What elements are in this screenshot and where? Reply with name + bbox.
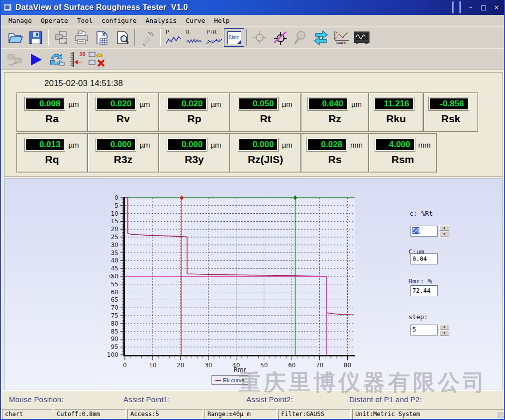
lcd-display: 0.050	[238, 97, 278, 110]
lcd-display: 0.013	[25, 138, 65, 151]
param-label: Rsm	[392, 154, 414, 166]
status-bar: chart Cutoff:0.8mm Access:5 Range:±40μ m…	[1, 409, 505, 420]
param-label: Rs	[328, 154, 342, 166]
mouse-position-label: Mouse Position:	[9, 395, 64, 404]
disconnect-button[interactable]	[87, 50, 107, 69]
param-label: Rz(JIS)	[248, 154, 283, 166]
run-icon	[28, 52, 43, 67]
c-percent-input[interactable]: 50	[410, 226, 438, 237]
c-percent-spin-up-button[interactable]: ▲	[439, 225, 449, 231]
svg-text:0: 0	[123, 362, 127, 369]
pr-curve-button[interactable]: P+R	[203, 28, 224, 47]
svg-text:40: 40	[111, 257, 118, 264]
measurement-cell-ra: 0.008µm Ra	[16, 92, 88, 132]
oscilloscope-button[interactable]	[351, 28, 372, 47]
measurement-cell-rp: 0.020µm Rp	[159, 92, 230, 132]
menu-manage[interactable]: Manage	[4, 16, 36, 25]
lcd-display: -0.856	[429, 97, 469, 110]
c-percent-spin-down-button[interactable]: ▼	[439, 232, 449, 237]
unit-label: µm	[68, 141, 79, 149]
resize-grip[interactable]	[498, 412, 504, 419]
r-curve-button[interactable]: R	[183, 28, 203, 47]
measurement-cell-rv: 0.020µm Rv	[88, 92, 159, 132]
settings-button[interactable]	[137, 28, 158, 47]
unit-label: µm	[282, 141, 292, 149]
rkmr-curve-label: Rkmr	[229, 35, 239, 40]
param-label: Rku	[386, 113, 406, 125]
svg-text:60: 60	[111, 289, 118, 296]
step-spin-down-button[interactable]: ▼	[439, 331, 449, 336]
unit-label: µm	[210, 100, 221, 108]
param-label: Rt	[260, 113, 271, 125]
svg-text:10: 10	[149, 362, 156, 369]
sync-icon	[47, 51, 65, 68]
open-button[interactable]	[5, 28, 25, 47]
toolbar-separator	[160, 29, 161, 46]
menu-curve[interactable]: Curve	[181, 16, 209, 25]
status-mode: chart	[2, 409, 52, 420]
toolbar-separator	[134, 29, 135, 46]
close-button[interactable]: ×	[491, 3, 502, 12]
menu-operate[interactable]: Operate	[36, 16, 73, 25]
print-preview-button[interactable]	[112, 28, 132, 47]
database-button[interactable]	[51, 28, 71, 47]
measurement-cell-rq: 0.013µm Rq	[16, 133, 88, 172]
unit-label: µm	[139, 141, 150, 149]
scale-button[interactable]: 20	[66, 50, 87, 69]
status-filter: Filter:GAUSS	[278, 409, 351, 420]
svg-text:50: 50	[260, 362, 268, 369]
wrench-icon	[139, 30, 156, 46]
crosshair-button	[249, 28, 270, 47]
print-button[interactable]	[71, 28, 92, 47]
export-button[interactable]: X	[92, 28, 112, 47]
lcd-display: 0.000	[167, 138, 207, 151]
crosshair-cancel-button[interactable]	[270, 28, 290, 47]
p-curve-label: P	[166, 29, 169, 35]
step-input[interactable]: 5	[410, 325, 438, 336]
switch-view-button[interactable]	[310, 28, 331, 47]
save-button[interactable]	[25, 28, 46, 47]
switch-view-icon	[312, 30, 329, 46]
maximize-button[interactable]: □	[478, 3, 489, 12]
menu-configure[interactable]: configure	[97, 16, 141, 25]
measurement-cell-rs: 0.028mm Rs	[301, 133, 369, 172]
print-icon	[74, 30, 90, 45]
open-icon	[7, 30, 24, 45]
unit-label: µm	[351, 100, 362, 108]
measurement-panel: 2015-02-03 14:51:38 0.008µm Ra 0.020µm R…	[4, 72, 503, 177]
chart-legend: — Rk curve	[211, 375, 248, 385]
menu-analysis[interactable]: Analysis	[141, 16, 182, 25]
assist-point1-label: Assist Point1:	[123, 395, 170, 404]
app-icon	[4, 4, 11, 11]
menu-bar: Manage Operate Tool configure Analysis C…	[1, 15, 505, 26]
status-access: Access:5	[127, 409, 203, 420]
connect-button	[5, 50, 25, 69]
c-percent-label: c: %Rt	[409, 210, 433, 217]
graph-icon	[333, 30, 350, 41]
svg-text:70: 70	[316, 362, 323, 369]
param-label: Rsk	[441, 113, 461, 125]
unit-label: µm	[139, 100, 150, 108]
svg-text:75: 75	[111, 312, 118, 319]
svg-text:35: 35	[111, 250, 118, 256]
step-spin-up-button[interactable]: ▲	[439, 324, 449, 330]
connect-icon	[6, 52, 24, 67]
title-stripe	[459, 1, 461, 13]
rkmr-curve-button[interactable]: Rkmr	[224, 28, 244, 47]
lcd-display: 0.020	[96, 97, 136, 110]
scale-value-label: 20	[80, 51, 86, 57]
sync-button[interactable]	[46, 50, 66, 69]
rmr-input[interactable]	[410, 285, 438, 296]
rkmr-curve-icon: Rkmr	[227, 31, 241, 44]
svg-text:85: 85	[111, 328, 118, 335]
menu-help[interactable]: Help	[209, 16, 234, 25]
menu-tool[interactable]: Tool	[73, 16, 97, 25]
c-um-input[interactable]	[410, 253, 438, 264]
toolbar-separator	[48, 29, 49, 46]
minimize-button[interactable]: –	[465, 3, 476, 12]
run-button[interactable]	[25, 50, 46, 69]
measurement-cell-rt: 0.050µm Rt	[230, 92, 301, 132]
pr-curve-label: P+R	[206, 29, 216, 35]
graph-button[interactable]: GRAPH	[331, 28, 351, 47]
p-curve-button[interactable]: P	[163, 28, 183, 47]
